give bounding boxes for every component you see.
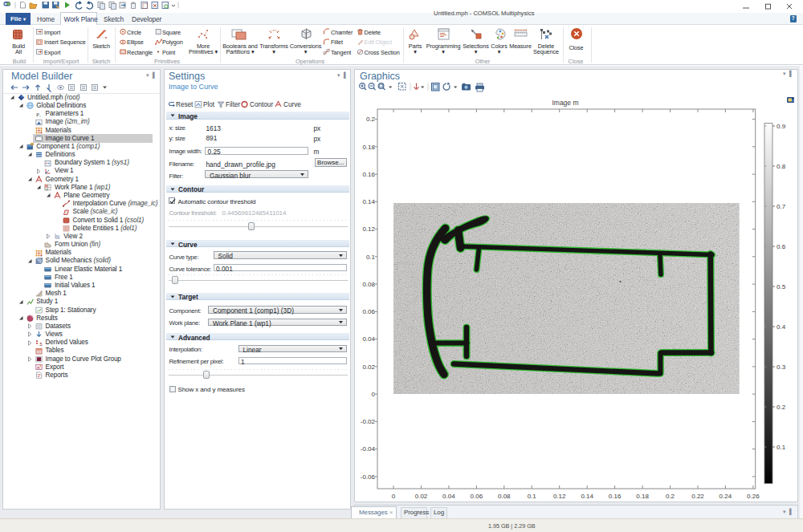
svg-text:0.12: 0.12 <box>553 493 566 500</box>
svg-text:0.14: 0.14 <box>581 493 593 500</box>
svg-text:0.5: 0.5 <box>777 283 786 290</box>
svg-text:0.2: 0.2 <box>777 404 786 411</box>
svg-text:xy: xy <box>55 234 59 238</box>
svg-text:0.16: 0.16 <box>609 493 622 500</box>
svg-text:0.12: 0.12 <box>362 225 375 233</box>
svg-text:.5: .5 <box>39 341 43 346</box>
svg-text:0.08: 0.08 <box>362 281 375 288</box>
svg-text:0.04: 0.04 <box>442 493 455 500</box>
svg-text:0.22: 0.22 <box>691 493 704 500</box>
svg-text:0.1: 0.1 <box>366 254 376 261</box>
svg-text:0.2: 0.2 <box>366 116 376 123</box>
svg-text:i: i <box>40 114 41 118</box>
svg-text:0.6: 0.6 <box>777 243 786 250</box>
svg-text:P: P <box>36 112 39 118</box>
svg-text:-0.06: -0.06 <box>361 473 376 481</box>
svg-text:-0.02: -0.02 <box>361 418 376 425</box>
svg-text:0.3: 0.3 <box>777 363 786 371</box>
svg-text:0.1: 0.1 <box>528 493 537 500</box>
svg-text:-0.04: -0.04 <box>361 445 376 453</box>
svg-text:0.04: 0.04 <box>362 335 375 343</box>
svg-text:0.8: 0.8 <box>777 163 786 170</box>
svg-text:0.16: 0.16 <box>362 171 375 178</box>
svg-text:0: 0 <box>392 493 396 500</box>
svg-text:0.26: 0.26 <box>747 493 760 500</box>
svg-text:0.08: 0.08 <box>498 493 511 500</box>
svg-text:0: 0 <box>372 391 376 398</box>
svg-text:0.1: 0.1 <box>777 444 786 451</box>
svg-text:0.24: 0.24 <box>719 493 732 500</box>
svg-text:Image m: Image m <box>552 99 578 107</box>
svg-text:0.02: 0.02 <box>415 493 428 500</box>
svg-text:0.18: 0.18 <box>362 144 375 151</box>
svg-text:0.14: 0.14 <box>362 198 375 205</box>
svg-text:0.4: 0.4 <box>777 323 786 331</box>
svg-text:0.7: 0.7 <box>777 203 786 210</box>
svg-text:0.06: 0.06 <box>471 493 483 500</box>
svg-text:0.2: 0.2 <box>666 493 675 500</box>
svg-text:0.06: 0.06 <box>362 308 375 315</box>
svg-text:0.02: 0.02 <box>362 363 375 371</box>
svg-text:0.9: 0.9 <box>777 123 786 130</box>
svg-text:0.18: 0.18 <box>636 493 649 500</box>
svg-text:xy: xy <box>45 188 48 191</box>
